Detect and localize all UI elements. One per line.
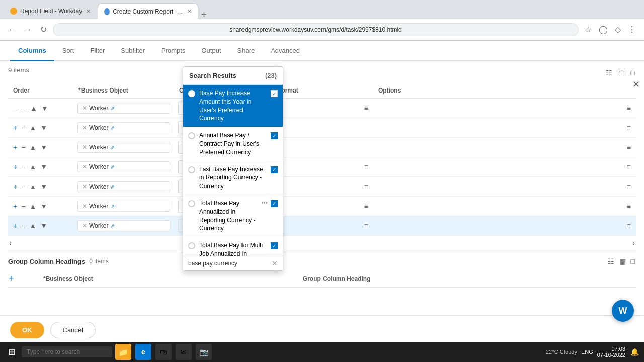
external-link-icon[interactable]: ⇗	[110, 184, 115, 190]
remove-row-icon[interactable]: −	[20, 182, 26, 192]
format-options-icon[interactable]: ≡	[363, 182, 369, 192]
move-up-icon[interactable]: ▲	[28, 221, 37, 231]
panel-close-icon[interactable]: ✕	[628, 75, 644, 94]
start-button[interactable]: ⊞	[4, 344, 20, 359]
move-up-icon[interactable]: ▲	[28, 162, 37, 172]
remove-row-icon[interactable]: −	[20, 201, 26, 211]
remove-icon[interactable]: ✕	[82, 124, 87, 131]
group-view-icon[interactable]: ▦	[618, 256, 627, 266]
checkbox-icon[interactable]: ✓	[271, 132, 278, 139]
move-down-icon[interactable]: ▼	[39, 123, 48, 133]
move-down-icon[interactable]: ▼	[39, 142, 48, 152]
format-options-icon[interactable]: ≡	[363, 162, 369, 172]
move-up-icon[interactable]: ▲	[28, 142, 37, 152]
tab-filter[interactable]: Filter	[82, 41, 113, 61]
add-row-icon[interactable]: +	[12, 123, 18, 133]
bookmark-button[interactable]: ☆	[583, 23, 594, 36]
external-link-icon[interactable]: ⇗	[110, 203, 115, 210]
tab-report-field[interactable]: Report Field - Workday ✕	[4, 3, 97, 19]
move-down-icon[interactable]: ▼	[40, 103, 49, 113]
add-row-icon[interactable]: +	[12, 182, 18, 192]
add-row-icon[interactable]: +	[12, 221, 18, 231]
dropdown-item[interactable]: Last Base Pay Increase in Reporting Curr…	[183, 161, 283, 195]
notifications-icon[interactable]: 🔔	[629, 347, 640, 357]
tab-close-1[interactable]: ✕	[86, 8, 91, 15]
external-link-icon[interactable]: ⇗	[110, 105, 115, 112]
remove-row-icon[interactable]: −	[20, 142, 26, 152]
move-down-icon[interactable]: ▼	[39, 201, 48, 211]
move-up-icon[interactable]: ▲	[29, 103, 38, 113]
tab-sort[interactable]: Sort	[54, 41, 83, 61]
extensions-button[interactable]: ◇	[613, 23, 623, 36]
view-grid-icon[interactable]: ▦	[617, 68, 626, 78]
format-options-icon[interactable]: ≡	[363, 221, 369, 231]
add-row-icon[interactable]: +	[12, 162, 18, 172]
move-down-icon[interactable]: ▼	[39, 162, 48, 172]
search-input[interactable]	[188, 260, 272, 267]
taskbar-store[interactable]: 🛍	[155, 344, 172, 360]
dropdown-item[interactable]: Total Base Pay for Multi Job Annualized …	[183, 237, 283, 256]
external-link-icon[interactable]: ⇗	[110, 223, 115, 229]
ok-button[interactable]: OK	[10, 322, 44, 338]
group-expand-icon[interactable]: □	[630, 256, 636, 266]
checkbox-icon[interactable]: ✓	[271, 166, 278, 173]
remove-icon[interactable]: ✕	[82, 203, 87, 210]
reload-button[interactable]: ↻	[38, 23, 49, 36]
new-tab-button[interactable]: +	[201, 10, 207, 19]
remove-icon[interactable]: ✕	[82, 144, 87, 151]
workday-chat-button[interactable]: W	[612, 300, 634, 322]
remove-icon[interactable]: ✕	[82, 163, 87, 170]
tab-create-custom-report[interactable]: Create Custom Report - Workday ✕	[98, 3, 198, 19]
url-bar[interactable]: sharedgmspreview.workdaysuv.com/gms/d/ta…	[53, 23, 579, 36]
remove-icon[interactable]: ✕	[82, 222, 87, 229]
checkbox-icon[interactable]: ✓	[271, 90, 278, 97]
group-add-button[interactable]: +	[8, 273, 14, 284]
options-icon[interactable]: ≡	[626, 103, 632, 113]
move-down-icon[interactable]: ▼	[39, 221, 48, 231]
options-icon[interactable]: ≡	[626, 201, 632, 211]
format-options-icon[interactable]: ≡	[363, 103, 369, 113]
dropdown-item[interactable]: Total Base Pay Annualized in Reporting C…	[183, 195, 283, 237]
move-up-icon[interactable]: ▲	[28, 201, 37, 211]
options-icon[interactable]: ≡	[626, 123, 632, 133]
group-filter-icon[interactable]: ☷	[607, 256, 615, 266]
tab-subfilter[interactable]: Subfilter	[113, 41, 153, 61]
external-link-icon[interactable]: ⇗	[110, 125, 115, 131]
profile-button[interactable]: ◯	[597, 23, 610, 36]
options-icon[interactable]: ≡	[626, 182, 632, 192]
dropdown-item[interactable]: Base Pay Increase Amount this Year in Us…	[183, 85, 283, 127]
item-more-icon[interactable]: •••	[260, 200, 269, 207]
options-icon[interactable]: ≡	[626, 221, 632, 231]
remove-icon[interactable]: ✕	[82, 105, 87, 112]
external-link-icon[interactable]: ⇗	[110, 144, 115, 151]
options-icon[interactable]: ≡	[626, 142, 632, 152]
remove-row-icon[interactable]: −	[20, 221, 26, 231]
add-row-icon[interactable]: +	[12, 201, 18, 211]
taskbar-camera[interactable]: 📷	[196, 344, 212, 360]
remove-row-icon[interactable]: −	[20, 123, 26, 133]
tab-advanced[interactable]: Advanced	[263, 41, 308, 61]
tab-close-2[interactable]: ✕	[187, 8, 192, 15]
taskbar-file-explorer[interactable]: 📁	[115, 344, 131, 360]
forward-button[interactable]: →	[22, 23, 34, 36]
add-row-icon[interactable]: +	[12, 142, 18, 152]
scroll-left-icon[interactable]: ‹	[8, 238, 13, 249]
search-clear-icon[interactable]: ✕	[272, 259, 278, 267]
remove-icon[interactable]: ✕	[82, 183, 87, 190]
move-up-icon[interactable]: ▲	[28, 182, 37, 192]
tab-prompts[interactable]: Prompts	[153, 41, 193, 61]
checkbox-icon[interactable]: ✓	[271, 242, 278, 249]
tab-columns[interactable]: Columns	[10, 41, 54, 61]
menu-button[interactable]: ⋮	[626, 23, 638, 36]
taskbar-edge[interactable]: e	[135, 344, 151, 360]
tab-output[interactable]: Output	[193, 41, 229, 61]
external-link-icon[interactable]: ⇗	[110, 164, 115, 170]
format-options-icon[interactable]: ≡	[363, 201, 369, 211]
taskbar-search[interactable]	[22, 346, 112, 357]
taskbar-mail[interactable]: ✉	[176, 344, 192, 360]
options-icon[interactable]: ≡	[626, 162, 632, 172]
tab-share[interactable]: Share	[229, 41, 263, 61]
cancel-button[interactable]: Cancel	[50, 322, 96, 338]
back-button[interactable]: ←	[6, 23, 18, 36]
scroll-right-icon[interactable]: ›	[631, 238, 636, 249]
